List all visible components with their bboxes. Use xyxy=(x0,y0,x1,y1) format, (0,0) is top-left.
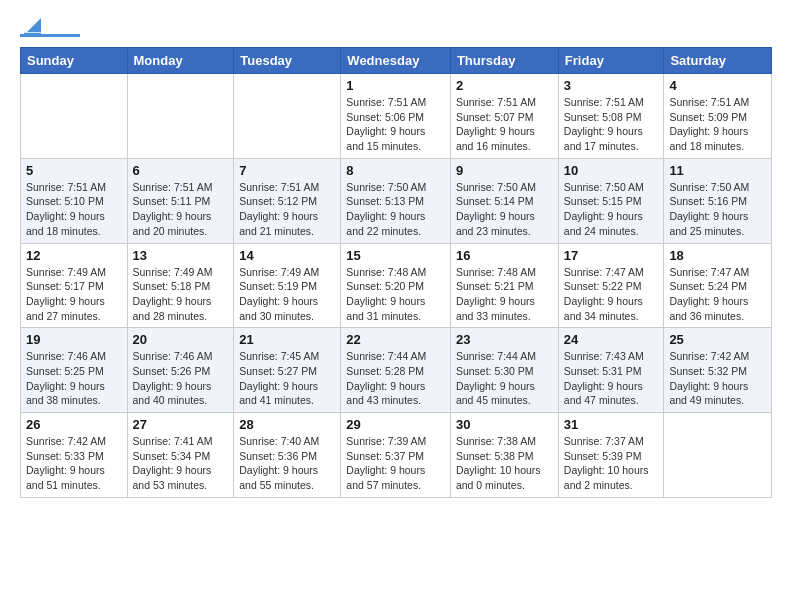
day-number: 16 xyxy=(456,248,553,263)
weekday-header: Thursday xyxy=(450,48,558,74)
day-number: 31 xyxy=(564,417,659,432)
calendar-week-row: 26Sunrise: 7:42 AMSunset: 5:33 PMDayligh… xyxy=(21,413,772,498)
day-info: Sunrise: 7:41 AMSunset: 5:34 PMDaylight:… xyxy=(133,434,229,493)
day-number: 13 xyxy=(133,248,229,263)
day-info: Sunrise: 7:50 AMSunset: 5:13 PMDaylight:… xyxy=(346,180,445,239)
calendar-cell: 30Sunrise: 7:38 AMSunset: 5:38 PMDayligh… xyxy=(450,413,558,498)
day-info: Sunrise: 7:37 AMSunset: 5:39 PMDaylight:… xyxy=(564,434,659,493)
svg-marker-0 xyxy=(27,18,41,32)
calendar-cell xyxy=(664,413,772,498)
calendar-cell: 19Sunrise: 7:46 AMSunset: 5:25 PMDayligh… xyxy=(21,328,128,413)
day-number: 18 xyxy=(669,248,766,263)
day-number: 7 xyxy=(239,163,335,178)
logo-triangle-icon xyxy=(21,14,43,36)
calendar-cell: 28Sunrise: 7:40 AMSunset: 5:36 PMDayligh… xyxy=(234,413,341,498)
day-info: Sunrise: 7:49 AMSunset: 5:17 PMDaylight:… xyxy=(26,265,122,324)
logo xyxy=(20,16,80,37)
day-info: Sunrise: 7:47 AMSunset: 5:22 PMDaylight:… xyxy=(564,265,659,324)
calendar-week-row: 5Sunrise: 7:51 AMSunset: 5:10 PMDaylight… xyxy=(21,158,772,243)
calendar-cell: 14Sunrise: 7:49 AMSunset: 5:19 PMDayligh… xyxy=(234,243,341,328)
weekday-header: Sunday xyxy=(21,48,128,74)
day-number: 20 xyxy=(133,332,229,347)
day-info: Sunrise: 7:51 AMSunset: 5:06 PMDaylight:… xyxy=(346,95,445,154)
day-info: Sunrise: 7:39 AMSunset: 5:37 PMDaylight:… xyxy=(346,434,445,493)
day-info: Sunrise: 7:51 AMSunset: 5:07 PMDaylight:… xyxy=(456,95,553,154)
calendar-cell: 27Sunrise: 7:41 AMSunset: 5:34 PMDayligh… xyxy=(127,413,234,498)
calendar-cell: 3Sunrise: 7:51 AMSunset: 5:08 PMDaylight… xyxy=(558,74,664,159)
day-number: 25 xyxy=(669,332,766,347)
calendar-cell: 9Sunrise: 7:50 AMSunset: 5:14 PMDaylight… xyxy=(450,158,558,243)
day-number: 11 xyxy=(669,163,766,178)
calendar-week-row: 1Sunrise: 7:51 AMSunset: 5:06 PMDaylight… xyxy=(21,74,772,159)
calendar-cell: 22Sunrise: 7:44 AMSunset: 5:28 PMDayligh… xyxy=(341,328,451,413)
day-info: Sunrise: 7:48 AMSunset: 5:21 PMDaylight:… xyxy=(456,265,553,324)
day-info: Sunrise: 7:49 AMSunset: 5:18 PMDaylight:… xyxy=(133,265,229,324)
weekday-header: Tuesday xyxy=(234,48,341,74)
calendar-cell: 11Sunrise: 7:50 AMSunset: 5:16 PMDayligh… xyxy=(664,158,772,243)
calendar-cell xyxy=(127,74,234,159)
day-number: 14 xyxy=(239,248,335,263)
day-info: Sunrise: 7:51 AMSunset: 5:09 PMDaylight:… xyxy=(669,95,766,154)
calendar-cell: 17Sunrise: 7:47 AMSunset: 5:22 PMDayligh… xyxy=(558,243,664,328)
day-number: 15 xyxy=(346,248,445,263)
weekday-header: Wednesday xyxy=(341,48,451,74)
calendar-cell: 12Sunrise: 7:49 AMSunset: 5:17 PMDayligh… xyxy=(21,243,128,328)
header xyxy=(20,16,772,37)
day-info: Sunrise: 7:51 AMSunset: 5:11 PMDaylight:… xyxy=(133,180,229,239)
calendar-cell: 5Sunrise: 7:51 AMSunset: 5:10 PMDaylight… xyxy=(21,158,128,243)
calendar-cell: 10Sunrise: 7:50 AMSunset: 5:15 PMDayligh… xyxy=(558,158,664,243)
day-info: Sunrise: 7:48 AMSunset: 5:20 PMDaylight:… xyxy=(346,265,445,324)
day-number: 21 xyxy=(239,332,335,347)
day-number: 29 xyxy=(346,417,445,432)
day-info: Sunrise: 7:51 AMSunset: 5:12 PMDaylight:… xyxy=(239,180,335,239)
day-info: Sunrise: 7:49 AMSunset: 5:19 PMDaylight:… xyxy=(239,265,335,324)
calendar-cell xyxy=(234,74,341,159)
day-number: 19 xyxy=(26,332,122,347)
calendar-cell: 2Sunrise: 7:51 AMSunset: 5:07 PMDaylight… xyxy=(450,74,558,159)
calendar-cell: 31Sunrise: 7:37 AMSunset: 5:39 PMDayligh… xyxy=(558,413,664,498)
day-number: 12 xyxy=(26,248,122,263)
calendar-table: SundayMondayTuesdayWednesdayThursdayFrid… xyxy=(20,47,772,498)
day-info: Sunrise: 7:42 AMSunset: 5:33 PMDaylight:… xyxy=(26,434,122,493)
day-number: 22 xyxy=(346,332,445,347)
page: SundayMondayTuesdayWednesdayThursdayFrid… xyxy=(0,0,792,514)
day-number: 24 xyxy=(564,332,659,347)
calendar-cell: 26Sunrise: 7:42 AMSunset: 5:33 PMDayligh… xyxy=(21,413,128,498)
day-info: Sunrise: 7:47 AMSunset: 5:24 PMDaylight:… xyxy=(669,265,766,324)
calendar-cell: 7Sunrise: 7:51 AMSunset: 5:12 PMDaylight… xyxy=(234,158,341,243)
logo-underline xyxy=(20,34,80,37)
day-number: 10 xyxy=(564,163,659,178)
day-info: Sunrise: 7:46 AMSunset: 5:26 PMDaylight:… xyxy=(133,349,229,408)
calendar-cell: 25Sunrise: 7:42 AMSunset: 5:32 PMDayligh… xyxy=(664,328,772,413)
day-number: 30 xyxy=(456,417,553,432)
calendar-cell: 21Sunrise: 7:45 AMSunset: 5:27 PMDayligh… xyxy=(234,328,341,413)
day-number: 28 xyxy=(239,417,335,432)
calendar-cell: 23Sunrise: 7:44 AMSunset: 5:30 PMDayligh… xyxy=(450,328,558,413)
day-info: Sunrise: 7:40 AMSunset: 5:36 PMDaylight:… xyxy=(239,434,335,493)
calendar-cell xyxy=(21,74,128,159)
day-info: Sunrise: 7:46 AMSunset: 5:25 PMDaylight:… xyxy=(26,349,122,408)
day-number: 26 xyxy=(26,417,122,432)
day-info: Sunrise: 7:42 AMSunset: 5:32 PMDaylight:… xyxy=(669,349,766,408)
day-number: 3 xyxy=(564,78,659,93)
day-info: Sunrise: 7:51 AMSunset: 5:10 PMDaylight:… xyxy=(26,180,122,239)
day-number: 5 xyxy=(26,163,122,178)
day-info: Sunrise: 7:51 AMSunset: 5:08 PMDaylight:… xyxy=(564,95,659,154)
day-info: Sunrise: 7:43 AMSunset: 5:31 PMDaylight:… xyxy=(564,349,659,408)
calendar-cell: 16Sunrise: 7:48 AMSunset: 5:21 PMDayligh… xyxy=(450,243,558,328)
day-number: 6 xyxy=(133,163,229,178)
day-number: 23 xyxy=(456,332,553,347)
day-number: 27 xyxy=(133,417,229,432)
day-number: 1 xyxy=(346,78,445,93)
day-number: 8 xyxy=(346,163,445,178)
day-info: Sunrise: 7:44 AMSunset: 5:28 PMDaylight:… xyxy=(346,349,445,408)
day-number: 17 xyxy=(564,248,659,263)
day-info: Sunrise: 7:44 AMSunset: 5:30 PMDaylight:… xyxy=(456,349,553,408)
calendar-week-row: 12Sunrise: 7:49 AMSunset: 5:17 PMDayligh… xyxy=(21,243,772,328)
calendar-cell: 6Sunrise: 7:51 AMSunset: 5:11 PMDaylight… xyxy=(127,158,234,243)
day-number: 9 xyxy=(456,163,553,178)
day-number: 4 xyxy=(669,78,766,93)
calendar-cell: 24Sunrise: 7:43 AMSunset: 5:31 PMDayligh… xyxy=(558,328,664,413)
calendar-week-row: 19Sunrise: 7:46 AMSunset: 5:25 PMDayligh… xyxy=(21,328,772,413)
calendar-header-row: SundayMondayTuesdayWednesdayThursdayFrid… xyxy=(21,48,772,74)
